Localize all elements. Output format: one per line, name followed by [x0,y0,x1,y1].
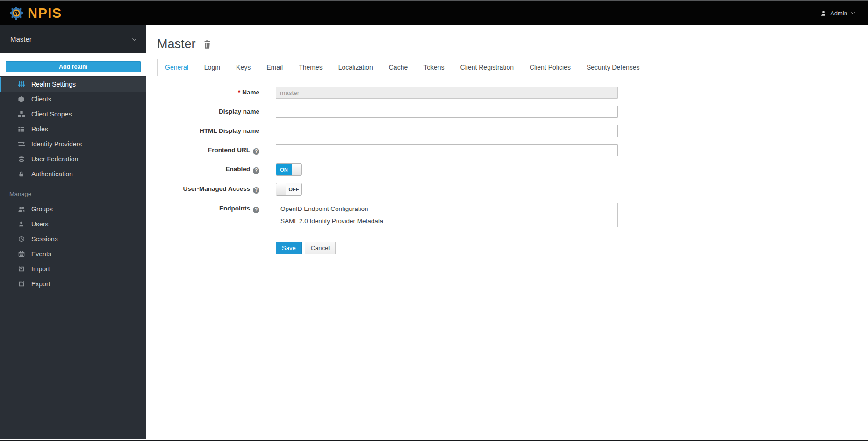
page-title: Master [157,37,196,51]
import-icon [17,265,25,273]
help-icon[interactable] [253,187,259,194]
actions-row: Save Cancel [157,234,861,254]
frontend-url-row: Frontend URL [157,144,861,156]
sidebar-item-realm-settings[interactable]: Realm Settings [0,77,146,92]
tab-general[interactable]: General [157,59,196,76]
tab-localization[interactable]: Localization [330,59,381,76]
required-asterisk: * [238,89,240,96]
enabled-label: Enabled [157,163,259,174]
sidebar-item-clients[interactable]: Clients [0,92,146,107]
topbar: NPIS Admin [0,1,868,25]
user-icon [820,10,826,16]
sliders-icon [17,80,25,88]
sidebar-item-label: Sessions [31,235,58,243]
endpoints-row: Endpoints OpenID Endpoint Configuration … [157,203,861,227]
export-icon [17,280,25,288]
sidebar-item-label: Import [31,265,50,273]
user-managed-access-toggle[interactable]: OFF [276,183,302,196]
tab-client-registration[interactable]: Client Registration [452,59,522,76]
sidebar-item-user-federation[interactable]: User Federation [0,152,146,167]
add-realm-band: Add realm [0,53,146,76]
brand-title: NPIS [28,6,62,21]
clock-icon [17,235,25,243]
user-managed-access-label: User-Managed Access [157,183,259,194]
sidebar-item-label: User Federation [31,155,78,163]
tab-cache[interactable]: Cache [381,59,416,76]
main-content: Master General Login Keys Email Themes L… [146,25,868,442]
realm-tabs: General Login Keys Email Themes Localiza… [157,59,861,76]
endpoints-label: Endpoints [157,203,259,213]
sidebar-item-label: Identity Providers [31,140,82,148]
user-icon [17,220,25,228]
sidebar-item-label: Clients [31,95,51,103]
sidebar-item-label: Client Scopes [31,110,72,118]
toggle-on-label: ON [276,164,292,175]
chevron-down-icon [132,36,136,40]
lock-icon [17,170,25,178]
window-bottom-line [0,440,868,441]
enabled-toggle[interactable]: ON [276,163,302,176]
sidebar-item-groups[interactable]: Groups [0,202,146,217]
help-icon[interactable] [253,207,259,213]
sidebar-item-roles[interactable]: Roles [0,122,146,137]
display-name-input[interactable] [276,106,618,118]
tab-tokens[interactable]: Tokens [416,59,452,76]
sidebar-item-users[interactable]: Users [0,217,146,232]
chevron-down-icon [851,10,855,14]
tab-login[interactable]: Login [196,59,228,76]
trash-icon [203,43,212,51]
help-icon[interactable] [253,167,259,174]
user-menu[interactable]: Admin [809,1,868,25]
list-icon [17,125,25,133]
tab-email[interactable]: Email [258,59,291,76]
cancel-button[interactable]: Cancel [305,242,336,254]
frontend-url-input[interactable] [276,144,618,156]
tab-keys[interactable]: Keys [228,59,258,76]
sidebar-item-events[interactable]: Events [0,246,146,261]
general-settings-form: *Name Display name HTML Display name [157,87,861,254]
sidebar-item-label: Authentication [31,170,73,178]
sidebar-item-export[interactable]: Export [0,276,146,291]
cube-icon [17,95,25,103]
users-icon [17,205,25,213]
tab-themes[interactable]: Themes [291,59,330,76]
html-display-name-row: HTML Display name [157,125,861,137]
sidebar-item-sessions[interactable]: Sessions [0,232,146,246]
realm-selector[interactable]: Master [0,25,146,53]
sidebar-item-authentication[interactable]: Authentication [0,167,146,181]
sidebar-item-import[interactable]: Import [0,261,146,276]
name-label: *Name [157,87,259,96]
sidebar-nav: Realm Settings Clients Client Scopes [0,76,146,291]
sidebar-item-label: Realm Settings [31,80,76,88]
sidebar: Master Add realm Realm Settings [0,25,146,442]
html-display-name-input[interactable] [276,125,618,137]
toggle-knob [292,164,301,175]
sidebar-item-label: Events [31,250,51,258]
delete-realm-button[interactable] [203,40,212,49]
add-realm-button[interactable]: Add realm [6,61,141,72]
user-name: Admin [830,10,847,17]
display-name-label: Display name [157,106,259,115]
database-icon [17,155,25,163]
saml-metadata-link[interactable]: SAML 2.0 Identity Provider Metadata [276,215,618,227]
sidebar-item-client-scopes[interactable]: Client Scopes [0,107,146,122]
tab-security-defenses[interactable]: Security Defenses [579,59,648,76]
exchange-icon [17,140,25,148]
help-icon[interactable] [253,148,259,155]
page-title-row: Master [157,37,861,51]
sidebar-item-label: Users [31,220,49,228]
sidebar-item-label: Export [31,280,50,288]
html-display-name-label: HTML Display name [157,125,259,134]
enabled-row: Enabled ON [157,163,861,176]
save-button[interactable]: Save [276,242,302,254]
tab-client-policies[interactable]: Client Policies [522,59,579,76]
current-realm-label: Master [10,35,32,43]
brand: NPIS [0,1,62,25]
openid-endpoint-link[interactable]: OpenID Endpoint Configuration [276,203,618,215]
sidebar-item-identity-providers[interactable]: Identity Providers [0,137,146,152]
gear-logo-icon [9,6,23,20]
name-input[interactable] [276,87,618,99]
user-managed-access-row: User-Managed Access OFF [157,183,861,196]
name-row: *Name [157,87,861,99]
sidebar-item-label: Groups [31,205,53,213]
